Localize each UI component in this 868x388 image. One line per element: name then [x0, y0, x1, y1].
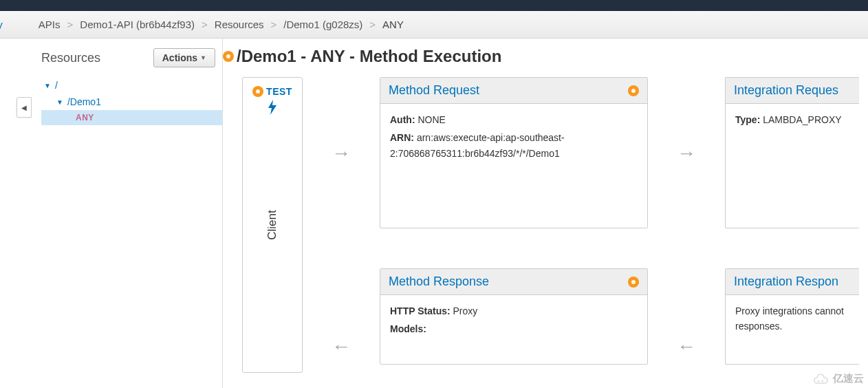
crumb-method: ANY: [378, 19, 408, 30]
sidebar: Resources Actions ▼ ▼ / ▼ /Demo1 ANY: [32, 39, 223, 388]
test-link[interactable]: TEST: [266, 86, 292, 97]
watermark-text: 亿速云: [833, 372, 864, 385]
auth-value: NONE: [417, 114, 445, 125]
crumb-service[interactable]: ay: [0, 19, 7, 30]
arrow-left-icon: ←: [332, 336, 351, 358]
breadcrumb: ay APIs > Demo1-API (br6b44zf93) > Resou…: [0, 11, 868, 39]
arn-value: arn:aws:execute-api:ap-southeast-2:70686…: [390, 132, 565, 158]
int-type-value: LAMBDA_PROXY: [763, 114, 841, 125]
tree-resource-demo1[interactable]: ▼ /Demo1: [41, 94, 222, 110]
http-status-label: HTTP Status:: [390, 305, 451, 316]
arrow-column-2: → ←: [648, 77, 725, 373]
integration-response-body: Proxy integrations cannot responses.: [735, 303, 849, 334]
svg-point-0: [818, 380, 820, 382]
arrow-right-icon: →: [332, 142, 351, 164]
method-response-link[interactable]: Method Response: [389, 274, 489, 289]
tree-root-label: /: [55, 80, 58, 91]
breadcrumb-sep: >: [268, 19, 280, 30]
client-label: Client: [265, 210, 279, 239]
lightning-icon[interactable]: [268, 100, 277, 119]
http-status-value: Proxy: [453, 305, 478, 316]
integration-response-card: Integration Respon Proxy integrations ca…: [725, 268, 859, 365]
hint-dot-icon[interactable]: [628, 85, 639, 96]
method-response-card: Method Response HTTP Status: Proxy Model…: [380, 268, 648, 365]
watermark: 亿速云: [812, 372, 864, 385]
expand-icon: ▼: [56, 98, 63, 106]
resource-tree: ▼ / ▼ /Demo1 ANY: [32, 73, 222, 125]
caret-down-icon: ▼: [200, 54, 206, 61]
crumb-resources[interactable]: Resources: [210, 19, 268, 30]
actions-button[interactable]: Actions ▼: [153, 48, 215, 67]
method-request-card: Method Request Auth: NONE ARN: arn:aws:e…: [380, 77, 648, 228]
sidebar-collapse-handle[interactable]: ◀: [17, 97, 32, 118]
actions-button-label: Actions: [162, 52, 197, 63]
models-label: Models:: [390, 323, 426, 334]
cloud-icon: [812, 374, 830, 385]
console-topbar: [0, 0, 868, 11]
svg-point-1: [822, 380, 824, 382]
arn-label: ARN:: [390, 132, 414, 143]
integration-response-link[interactable]: Integration Respon: [734, 274, 838, 289]
tree-method-any[interactable]: ANY: [41, 110, 222, 125]
tree-method-label: ANY: [76, 113, 94, 122]
tree-resource-label: /Demo1: [67, 96, 101, 107]
arrow-column-1: → ←: [303, 77, 380, 373]
method-request-link[interactable]: Method Request: [389, 83, 479, 98]
int-type-label: Type:: [735, 114, 760, 125]
content-area: /Demo1 - ANY - Method Execution TEST Cli…: [223, 39, 868, 388]
crumb-resource-path[interactable]: /Demo1 (g028zs): [279, 19, 367, 30]
client-box: TEST Client: [242, 77, 303, 373]
expand-icon: ▼: [44, 82, 51, 89]
hint-dot-icon[interactable]: [628, 277, 639, 288]
arrow-right-icon: →: [677, 142, 696, 164]
crumb-apis[interactable]: APIs: [34, 19, 65, 30]
crumb-api-name[interactable]: Demo1-API (br6b44zf93): [76, 19, 199, 30]
integration-request-card: Integration Reques Type: LAMBDA_PROXY: [725, 77, 859, 228]
integration-request-link[interactable]: Integration Reques: [734, 83, 838, 98]
breadcrumb-sep: >: [199, 19, 210, 30]
arrow-left-icon: ←: [677, 336, 696, 358]
page-title: /Demo1 - ANY - Method Execution: [237, 47, 501, 66]
hint-dot-icon[interactable]: [223, 51, 234, 62]
breadcrumb-sep: >: [367, 19, 378, 30]
tree-root[interactable]: ▼ /: [41, 77, 222, 94]
breadcrumb-sep: >: [65, 19, 76, 30]
hint-dot-icon[interactable]: [252, 86, 263, 97]
method-execution-diagram: TEST Client → ← Method Request: [228, 77, 868, 373]
auth-label: Auth:: [390, 114, 415, 125]
sidebar-title: Resources: [41, 51, 100, 65]
